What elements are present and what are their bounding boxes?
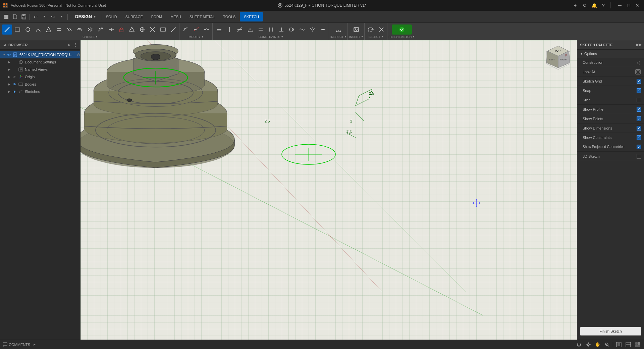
create-label[interactable]: CREATE ▼: [83, 35, 98, 39]
show-dimensions-option[interactable]: Show Dimensions ✓: [577, 123, 644, 133]
split-tool-button[interactable]: [158, 24, 168, 35]
trimcurve-tool-button[interactable]: [96, 24, 106, 35]
slot-tool-button[interactable]: [54, 24, 64, 35]
measure-button[interactable]: [333, 24, 343, 35]
help-button[interactable]: ?: [599, 1, 607, 9]
finish-sketch-toolbar-button[interactable]: [392, 24, 412, 35]
visual-style-button[interactable]: [625, 341, 632, 348]
maximize-button[interactable]: □: [625, 1, 633, 9]
extend-tool-button[interactable]: [106, 24, 116, 35]
show-points-checkbox[interactable]: ✓: [637, 116, 641, 121]
arc-tool-button[interactable]: [33, 24, 43, 35]
browser-options-button[interactable]: ⋮: [73, 42, 77, 47]
trim-modify-button[interactable]: [191, 24, 201, 35]
equal-constraint-button[interactable]: [256, 24, 266, 35]
browser-item-root[interactable]: ▼ 👁 6524K129_FRICTION TORQUE L... ⊙: [0, 51, 80, 58]
smooth-constraint-button[interactable]: [297, 24, 307, 35]
grid-menu-button[interactable]: [3, 13, 10, 20]
insert-image-button[interactable]: [351, 24, 361, 35]
lock-tool-button[interactable]: [116, 24, 126, 35]
slice-option[interactable]: Slice: [577, 95, 644, 105]
show-projected-checkbox[interactable]: ✓: [637, 145, 641, 149]
tab-mesh[interactable]: MESH: [166, 12, 185, 21]
browser-item-doc-settings[interactable]: ▶ 👁 Document Settings: [0, 58, 80, 66]
redo-dropdown-button[interactable]: ▼: [58, 13, 65, 20]
show-constraints-checkbox[interactable]: ✓: [637, 135, 641, 140]
tab-sketch[interactable]: SKETCH: [240, 12, 263, 21]
view-cube[interactable]: TOP RIGHT LEFT Y: [545, 44, 572, 71]
select-label[interactable]: SELECT ▼: [369, 35, 384, 39]
show-points-option[interactable]: Show Points ✓: [577, 114, 644, 123]
offset-tool-button[interactable]: [75, 24, 85, 35]
snap-option[interactable]: Snap ✓: [577, 86, 644, 95]
insert-label[interactable]: INSERT ▼: [349, 35, 364, 39]
pan-button[interactable]: ✋: [594, 341, 601, 348]
constraints-label[interactable]: CONSTRAINTS ▼: [259, 35, 283, 39]
parallel-constraint-button[interactable]: [266, 24, 276, 35]
browser-item-bodies[interactable]: ▶ 👁 Bodies: [0, 81, 80, 88]
palette-expand-icon[interactable]: ▶▶: [636, 43, 641, 47]
sketch-3d-option[interactable]: 3D Sketch: [577, 152, 644, 161]
show-profile-checkbox[interactable]: ✓: [637, 107, 641, 112]
rectangle-tool-button[interactable]: [12, 24, 22, 35]
environment-button[interactable]: [634, 341, 641, 348]
minimize-button[interactable]: ─: [616, 1, 624, 9]
tab-surface[interactable]: SURFACE: [121, 12, 147, 21]
project-tool-button[interactable]: [137, 24, 147, 35]
circle-tool-button[interactable]: [23, 24, 33, 35]
close-button[interactable]: ✕: [633, 1, 641, 9]
polygon-tool-button[interactable]: [44, 24, 54, 35]
tab-solid[interactable]: SOLID: [102, 12, 121, 21]
sketch-grid-option[interactable]: Sketch Grid ✓: [577, 77, 644, 86]
show-projected-option[interactable]: Show Projected Geometries ✓: [577, 142, 644, 152]
design-menu[interactable]: DESIGN ▼: [71, 14, 100, 19]
sketch-3d-checkbox[interactable]: [637, 154, 641, 159]
spline-tool-button[interactable]: [64, 24, 74, 35]
inspect-label[interactable]: INSPECT ▼: [330, 35, 347, 39]
look-at-option[interactable]: Look At: [577, 67, 644, 77]
tab-tools[interactable]: TOOLS: [219, 12, 239, 21]
construction-icon[interactable]: ◁: [635, 59, 641, 66]
display-mode-button[interactable]: [615, 341, 623, 348]
midpoint-constraint-button[interactable]: [318, 24, 328, 35]
undo-dropdown-button[interactable]: ▼: [41, 13, 48, 20]
sketch-grid-checkbox[interactable]: ✓: [637, 79, 641, 84]
show-dimensions-checkbox[interactable]: ✓: [637, 126, 641, 131]
construction-option[interactable]: Construction ◁: [577, 58, 644, 67]
look-at-icon[interactable]: [635, 68, 641, 75]
canvas-viewport[interactable]: 2.5 2 7.5 2.5 7.5: [80, 40, 577, 340]
browser-root-pin[interactable]: ⊙: [77, 52, 80, 57]
slice-checkbox[interactable]: [637, 98, 641, 102]
deselect-button[interactable]: [376, 24, 386, 35]
show-constraints-option[interactable]: Show Constraints ✓: [577, 133, 644, 142]
pattern-tool-button[interactable]: [127, 24, 137, 35]
modify-label[interactable]: MODIFY ▼: [189, 35, 204, 39]
coincident-constraint-button[interactable]: [235, 24, 245, 35]
tangent-constraint-button[interactable]: [287, 24, 297, 35]
orbit-button[interactable]: [575, 341, 583, 348]
undo-button[interactable]: ↩: [32, 13, 39, 20]
bottom-comments[interactable]: COMMENTS ►: [3, 342, 36, 347]
browser-collapse-button[interactable]: ◄: [3, 43, 6, 47]
new-file-button[interactable]: [11, 13, 19, 20]
center-button[interactable]: [585, 341, 592, 348]
fillet-tool-button[interactable]: [181, 24, 191, 35]
zoom-button[interactable]: [603, 341, 611, 348]
snap-checkbox[interactable]: ✓: [637, 88, 641, 93]
new-tab-button[interactable]: +: [571, 1, 579, 9]
save-button[interactable]: [20, 13, 28, 20]
bottom-expand-icon[interactable]: ►: [33, 343, 36, 346]
tab-form[interactable]: FORM: [147, 12, 166, 21]
horizontal-constraint-button[interactable]: [214, 24, 224, 35]
mirror-tool-button[interactable]: [85, 24, 95, 35]
dimension-constraint-button[interactable]: D: [245, 24, 255, 35]
break-tool-button[interactable]: [202, 24, 212, 35]
redo-button[interactable]: ↪: [49, 13, 57, 20]
window-select-button[interactable]: [366, 24, 376, 35]
browser-item-named-views[interactable]: ▶ 👁 Named Views: [0, 66, 80, 73]
browser-expand-button[interactable]: ▸: [68, 42, 70, 47]
show-profile-option[interactable]: Show Profile ✓: [577, 105, 644, 114]
sketchdimension-tool-button[interactable]: [168, 24, 178, 35]
finish-sketch-label[interactable]: FINISH SKETCH ▼: [389, 35, 415, 39]
browser-item-sketches[interactable]: ▶ 👁 Sketches: [0, 88, 80, 95]
